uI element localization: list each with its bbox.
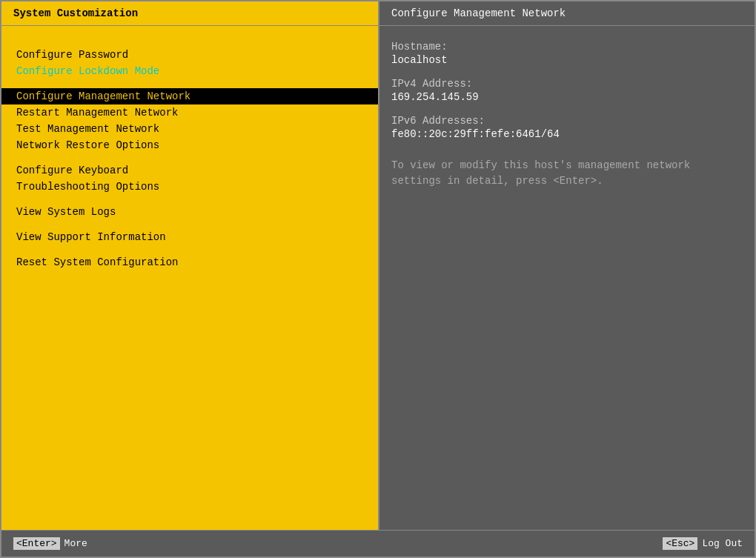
- left-panel-title: System Customization: [13, 7, 138, 19]
- left-panel: System Customization Configure Password …: [1, 1, 379, 530]
- right-header: Configure Management Network: [379, 1, 755, 26]
- menu-item-network-restore[interactable]: Network Restore Options: [1, 137, 378, 153]
- right-content: Hostname: localhost IPv4 Address: 169.25…: [379, 26, 755, 530]
- right-panel-title: Configure Management Network: [391, 7, 566, 19]
- bottom-bar: <Enter> More <Esc> Log Out: [1, 530, 755, 557]
- ipv6-label: IPv6 Addresses:: [391, 115, 743, 127]
- menu-item-test-mgmt-network[interactable]: Test Management Network: [1, 121, 378, 137]
- menu-item-configure-mgmt-network[interactable]: Configure Management Network: [1, 88, 378, 104]
- hostname-value: localhost: [391, 54, 743, 66]
- menu-item-view-logs[interactable]: View System Logs: [1, 204, 378, 220]
- menu-item-reset-config[interactable]: Reset System Configuration: [1, 254, 378, 270]
- menu-item-restart-mgmt-network[interactable]: Restart Management Network: [1, 104, 378, 121]
- bottom-left-actions: <Enter> More: [13, 537, 87, 550]
- esc-key[interactable]: <Esc>: [663, 537, 697, 550]
- left-header: System Customization: [1, 1, 378, 26]
- ipv6-value: fe80::20c:29ff:fefe:6461/64: [391, 128, 743, 140]
- bottom-right-actions: <Esc> Log Out: [663, 537, 743, 550]
- description: To view or modify this host's management…: [391, 158, 743, 189]
- menu-item-configure-password[interactable]: Configure Password: [1, 47, 378, 63]
- ipv4-value: 169.254.145.59: [391, 91, 743, 103]
- more-label: More: [64, 538, 87, 549]
- screen: System Customization Configure Password …: [0, 0, 756, 558]
- enter-key[interactable]: <Enter>: [13, 537, 60, 550]
- menu-item-view-support[interactable]: View Support Information: [1, 229, 378, 245]
- menu-item-troubleshooting[interactable]: Troubleshooting Options: [1, 179, 378, 195]
- menu-item-configure-lockdown[interactable]: Configure Lockdown Mode: [1, 63, 378, 79]
- logout-label: Log Out: [702, 538, 743, 549]
- right-panel: Configure Management Network Hostname: l…: [379, 1, 755, 530]
- ipv4-label: IPv4 Address:: [391, 78, 743, 90]
- left-content: Configure Password Configure Lockdown Mo…: [1, 26, 378, 530]
- hostname-label: Hostname:: [391, 41, 743, 53]
- menu-item-configure-keyboard[interactable]: Configure Keyboard: [1, 162, 378, 179]
- main-area: System Customization Configure Password …: [1, 1, 755, 530]
